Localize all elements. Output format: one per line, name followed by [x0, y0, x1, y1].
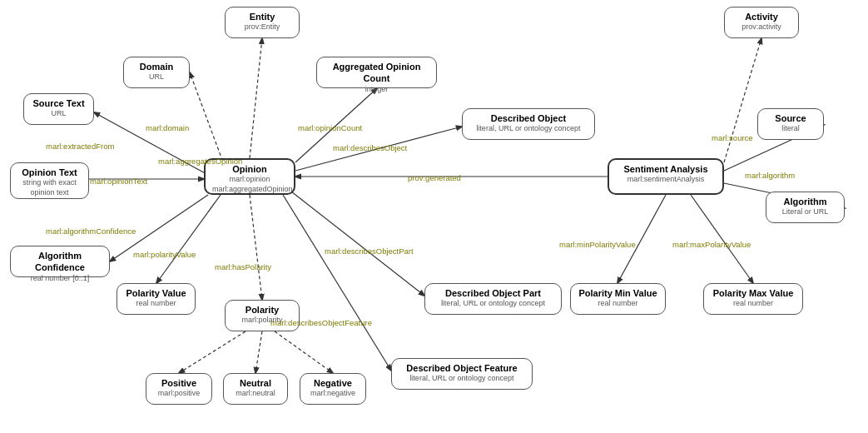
entity-node: Entity prov:Entity [225, 7, 300, 38]
svg-line-18 [255, 331, 262, 373]
edge-label-algorithmConfidence: marl:algorithmConfidence [46, 226, 136, 236]
diagram: Entity prov:Entity Domain URL Source Tex… [0, 0, 868, 433]
algorithm-node: Algorithm Literal or URL [766, 192, 845, 223]
edge-label-extractedFrom: marl:extractedFrom [46, 142, 114, 151]
svg-line-12 [250, 195, 262, 300]
source-node: Source literal [757, 108, 824, 140]
algorithm-confidence-node: Algorithm Confidence real number [0..1] [10, 246, 110, 277]
svg-line-14 [283, 195, 391, 371]
edge-label-algorithm: marl:algorithm [745, 171, 795, 180]
polarity-max-value-node: Polarity Max Value real number [703, 283, 803, 315]
described-object-feature-node: Described Object Feature literal, URL or… [391, 358, 533, 390]
sentiment-analysis-node: Sentiment Analysis marl:sentimentAnalysi… [608, 158, 724, 195]
activity-node: Activity prov:activity [724, 7, 799, 38]
edge-label-provGenerated: prov:generated [408, 173, 461, 182]
source-text-node: Source Text URL [23, 93, 94, 125]
edge-label-describesObject: marl:describesObject [333, 143, 407, 152]
polarity-min-value-node: Polarity Min Value real number [570, 283, 666, 315]
edge-label-domain: marl:domain [146, 123, 189, 132]
edge-label-source: marl:source [712, 133, 753, 142]
edge-label-polarityValue: marl:polarityValue [133, 250, 196, 259]
svg-line-1 [190, 72, 225, 167]
opinion-text-node: Opinion Text string with exact opinion t… [10, 162, 89, 199]
positive-node: Positive marl:positive [146, 373, 212, 405]
described-object-part-node: Described Object Part literal, URL or on… [424, 283, 562, 315]
polarity-value-node: Polarity Value real number [117, 283, 196, 315]
svg-line-19 [275, 331, 333, 373]
described-object-node: Described Object literal, URL or ontolog… [462, 108, 595, 140]
svg-line-8 [724, 38, 761, 162]
edge-label-opinionText: marl:opinionText [90, 177, 147, 186]
edge-label-aggregatesOpinion: marl:aggregatesOpinion [158, 157, 242, 166]
edge-label-maxPolarityValue: marl:maxPolarityValue [672, 240, 751, 249]
domain-node: Domain URL [123, 57, 190, 88]
svg-line-16 [691, 195, 753, 283]
svg-line-13 [291, 192, 424, 296]
edge-label-opinionCount: marl:opinionCount [298, 123, 362, 132]
neutral-node: Neutral marl:neutral [223, 373, 288, 405]
edge-label-describesObjectPart: marl:describesObjectPart [325, 246, 414, 256]
edge-label-minPolarityValue: marl:minPolarityValue [559, 240, 636, 249]
negative-node: Negative marl:negative [300, 373, 366, 405]
svg-line-11 [156, 195, 221, 283]
edge-label-hasPolarity: marl:hasPolarity [215, 262, 271, 271]
svg-line-15 [618, 195, 666, 283]
svg-line-17 [179, 331, 246, 373]
edge-label-describesObjectFeature: marl:describesObjectFeature [270, 318, 372, 327]
agg-opinion-count-node: Aggregated Opinion Count integer [316, 57, 437, 88]
svg-line-0 [250, 38, 262, 158]
